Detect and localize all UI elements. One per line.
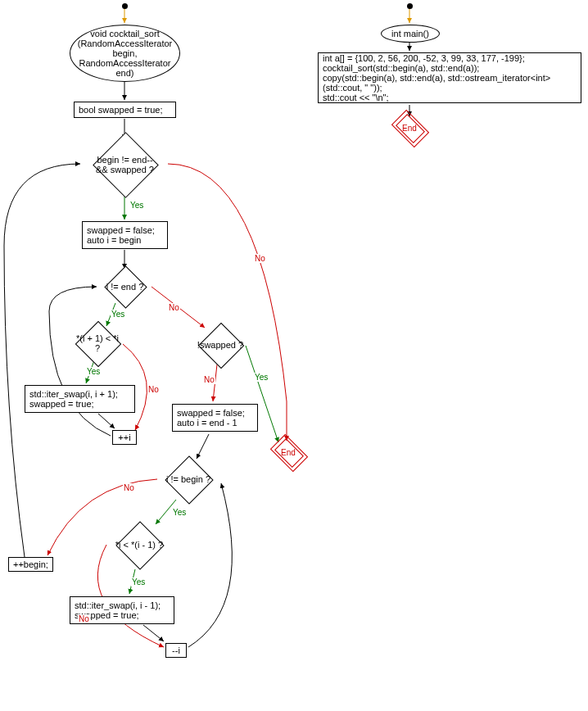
stmt-main-body: int a[] = {100, 2, 56, 200, -52, 3, 99, … xyxy=(318,52,581,103)
start-node-cocktail-sort: void cocktail_sort (RandomAccessIterator… xyxy=(70,25,180,82)
cond-compare-forward-text: *(i + 1) < *i ? xyxy=(75,333,121,353)
stmt-swapped-true: bool swapped = true; xyxy=(74,102,176,118)
label-no-3: No xyxy=(147,385,160,394)
cond-not-swapped-text: !swapped ? xyxy=(197,340,243,350)
label-yes-1: Yes xyxy=(129,201,144,210)
start-dot-right xyxy=(407,3,413,9)
cond-i-ne-begin-text: i != begin ? xyxy=(166,474,210,484)
end-right-text: End xyxy=(402,124,417,133)
start-dot-left xyxy=(122,3,128,9)
stmt-inc-begin: ++begin; xyxy=(8,557,53,572)
cond-main-loop-text: begin != end-- && swapped ? xyxy=(91,155,159,174)
label-no-5: No xyxy=(123,483,135,492)
label-yes-5: Yes xyxy=(172,508,187,517)
start-node-main: int main() xyxy=(381,25,440,43)
label-no-6: No xyxy=(78,614,90,623)
cond-i-ne-begin: i != begin ? xyxy=(172,463,205,496)
label-no-2: No xyxy=(168,303,180,312)
cond-i-ne-end-text: i != end ? xyxy=(106,282,144,292)
label-no-1: No xyxy=(254,254,266,263)
cond-not-swapped: !swapped ? xyxy=(205,329,236,360)
main-body-text: int a[] = {100, 2, 56, 200, -52, 3, 99, … xyxy=(323,53,577,102)
stmt-reset-forward: swapped = false; auto i = begin xyxy=(82,221,168,249)
end-node-right: End xyxy=(396,118,423,138)
cond-compare-backward-text: *i < *(i - 1) ? xyxy=(115,540,163,550)
svg-line-14 xyxy=(143,625,164,641)
swap-forward-text: std::iter_swap(i, i + 1); swapped = true… xyxy=(29,389,130,409)
inc-begin-text: ++begin; xyxy=(13,559,48,569)
svg-line-8 xyxy=(98,414,115,428)
cond-compare-backward: *i < *(i - 1) ? xyxy=(123,528,156,561)
dec-i-text: --i xyxy=(172,645,180,655)
stmt-reset-backward: swapped = false; auto i = end - 1 xyxy=(172,404,258,432)
start-node-main-label: int main() xyxy=(391,29,429,38)
stmt-dec-i: --i xyxy=(165,643,187,658)
stmt-swap-forward: std::iter_swap(i, i + 1); swapped = true… xyxy=(25,385,135,413)
label-yes-3: Yes xyxy=(86,367,101,376)
label-yes-4: Yes xyxy=(254,373,269,382)
label-yes-6: Yes xyxy=(131,577,146,586)
swapped-true-text: bool swapped = true; xyxy=(79,105,162,115)
label-yes-2: Yes xyxy=(111,310,125,319)
label-no-4: No xyxy=(203,375,215,384)
stmt-inc-i: ++i xyxy=(112,430,137,445)
reset-backward-text: swapped = false; auto i = end - 1 xyxy=(177,408,253,428)
cond-main-loop: begin != end-- && swapped ? xyxy=(102,142,147,187)
svg-line-11 xyxy=(197,434,209,459)
cond-compare-forward: *(i + 1) < *i ? xyxy=(82,328,113,359)
reset-forward-text: swapped = false; auto i = begin xyxy=(87,225,163,245)
end-node-left: End xyxy=(274,442,302,462)
inc-i-text: ++i xyxy=(118,432,130,442)
cond-i-ne-end: i != end ? xyxy=(111,272,139,301)
end-left-text: End xyxy=(281,448,296,457)
start-node-label: void cocktail_sort (RandomAccessIterator… xyxy=(74,29,176,78)
